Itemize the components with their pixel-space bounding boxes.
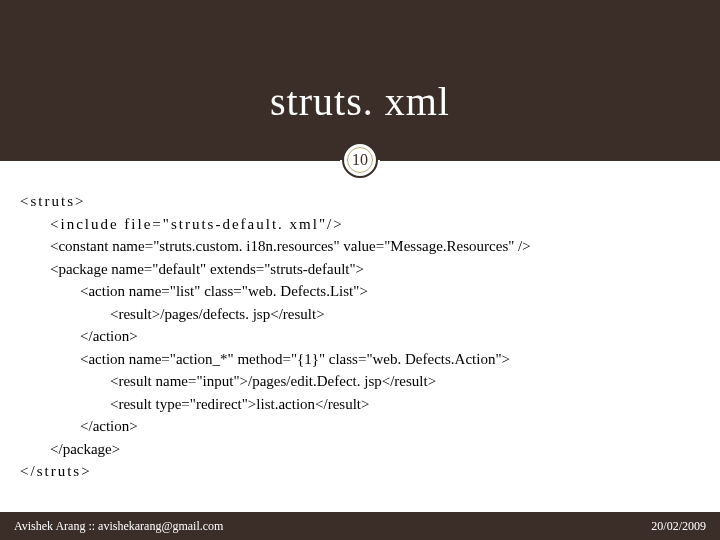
footer: Avishek Arang :: avishekarang@gmail.com … bbox=[0, 512, 720, 540]
code-block: <struts> <include file="struts-default. … bbox=[0, 160, 720, 483]
code-line: </struts> bbox=[20, 460, 700, 483]
code-line: <result>/pages/defects. jsp</result> bbox=[110, 303, 700, 326]
code-line: <struts> bbox=[20, 190, 700, 213]
divider-line-right bbox=[380, 160, 720, 161]
footer-date: 20/02/2009 bbox=[651, 519, 706, 534]
code-line: </action> bbox=[80, 415, 700, 438]
code-line: <package name="default" extends="struts-… bbox=[50, 258, 700, 281]
header-band: struts. xml bbox=[0, 0, 720, 160]
slide-number: 10 bbox=[352, 151, 368, 169]
code-line: <action name="action_*" method="{1}" cla… bbox=[80, 348, 700, 371]
code-line: <result type="redirect">list.action</res… bbox=[110, 393, 700, 416]
slide-number-divider: 10 bbox=[0, 142, 720, 178]
code-line: <include file="struts-default. xml"/> bbox=[50, 213, 700, 236]
divider-line-left bbox=[0, 160, 340, 161]
slide-title: struts. xml bbox=[270, 78, 450, 125]
slide: struts. xml 10 <struts> <include file="s… bbox=[0, 0, 720, 540]
code-line: <action name="list" class="web. Defects.… bbox=[80, 280, 700, 303]
code-line: </action> bbox=[80, 325, 700, 348]
slide-number-badge: 10 bbox=[342, 142, 378, 178]
code-line: </package> bbox=[50, 438, 700, 461]
code-line: <result name="input">/pages/edit.Defect.… bbox=[110, 370, 700, 393]
footer-author: Avishek Arang :: avishekarang@gmail.com bbox=[14, 519, 223, 534]
code-line: <constant name="struts.custom. i18n.reso… bbox=[50, 235, 700, 258]
